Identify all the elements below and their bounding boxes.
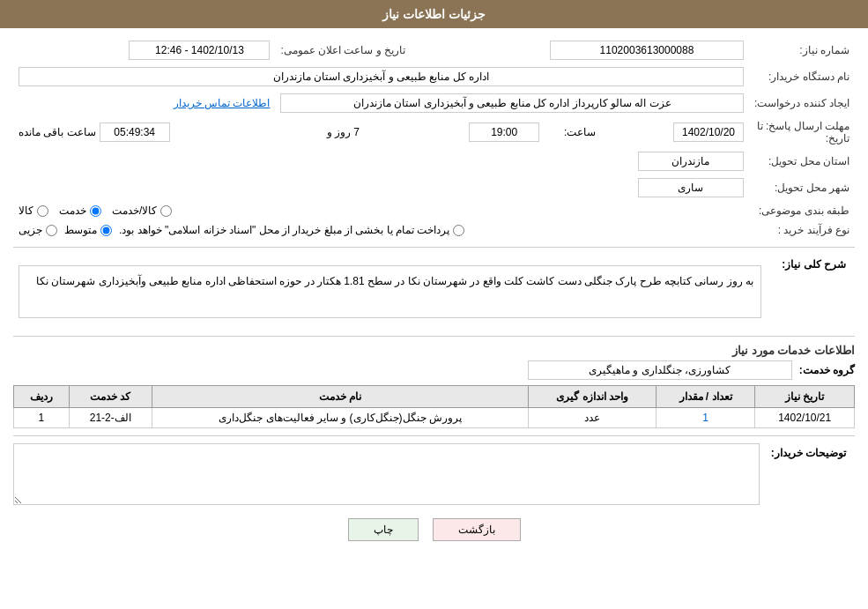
city-label: شهر محل تحویل: xyxy=(749,175,855,201)
city-value: ساری xyxy=(638,178,744,197)
province-value: مازندران xyxy=(638,152,744,171)
info-table: شماره نیاز: 1102003613000088 تاریخ و ساع… xyxy=(13,37,855,240)
buyer-desc-row: توضیحات خریدار: xyxy=(13,443,855,508)
org-name-label: نام دستگاه خریدار: xyxy=(749,63,855,90)
org-name-value: اداره کل منابع طبیعی و آبخیزداری استان م… xyxy=(19,67,744,86)
cat-option-khedmat[interactable]: خدمت xyxy=(59,204,101,217)
separator2 xyxy=(13,336,855,337)
description-text: به روز رسانی کتابچه طرح پارک جنگلی دست ک… xyxy=(19,265,761,318)
cat-option-kala[interactable]: کالا xyxy=(19,204,48,217)
bottom-buttons: بازگشت چاپ xyxy=(13,508,855,555)
request-number-label: شماره نیاز: xyxy=(749,37,855,63)
type-option2-label: متوسط xyxy=(64,224,97,236)
contact-link[interactable]: اطلاعات تماس خریدار xyxy=(174,97,271,109)
separator1 xyxy=(13,247,855,248)
page-title: جزئیات اطلاعات نیاز xyxy=(382,7,486,21)
request-number-value: 1102003613000088 xyxy=(550,41,744,60)
cat-option1-label: کالا xyxy=(19,204,33,217)
col-service-code: کد خدمت xyxy=(69,386,152,408)
remaining-label: ساعت باقی مانده xyxy=(19,126,96,138)
cell-service-name: پرورش جنگل(جنگل‌کاری) و سایر فعالیت‌های … xyxy=(152,408,529,428)
service-group-label: گروه خدمت: xyxy=(799,364,855,376)
buyer-desc-textarea[interactable] xyxy=(13,443,760,505)
type-option-medium[interactable]: متوسط xyxy=(64,224,112,236)
remaining-value: 05:49:34 xyxy=(100,123,170,142)
buyer-desc-label: توضیحات خریدار: xyxy=(767,443,855,459)
page-header: جزئیات اطلاعات نیاز xyxy=(0,0,868,28)
col-date: تاریخ نیاز xyxy=(755,386,855,408)
col-quantity: تعداد / مقدار xyxy=(656,386,755,408)
cat-option3-label: کالا/خدمت xyxy=(112,204,157,217)
cat-option-kala-khedmat[interactable]: کالا/خدمت xyxy=(112,204,172,217)
cat-option2-label: خدمت xyxy=(59,204,86,217)
deadline-date-value: 1402/10/20 xyxy=(673,123,744,142)
type-option-small[interactable]: جزیی xyxy=(19,224,57,236)
cell-unit: عدد xyxy=(529,408,656,428)
type-option3-label: پرداخت تمام یا بخشی از مبلغ خریدار از مح… xyxy=(119,224,449,236)
col-row-num: ردیف xyxy=(14,386,70,408)
purchase-type-label: نوع فرآیند خرید : xyxy=(749,220,855,240)
table-row: 1402/10/21 1 عدد پرورش جنگل(جنگل‌کاری) و… xyxy=(14,408,855,428)
creator-value: عزت اله سالو کارپرداز اداره کل منابع طبی… xyxy=(280,93,744,113)
col-service-name: نام خدمت xyxy=(152,386,529,408)
type-option1-label: جزیی xyxy=(19,224,42,236)
cell-service-code: الف-2-21 xyxy=(69,408,152,428)
buyer-desc-content xyxy=(13,443,760,508)
cell-quantity: 1 xyxy=(656,408,755,428)
service-group-row: گروه خدمت: کشاورزی، جنگلداری و ماهیگیری xyxy=(13,360,855,380)
days-label: روز و xyxy=(327,126,351,138)
services-section-title: اطلاعات خدمات مورد نیاز xyxy=(13,344,855,357)
category-label: طبقه بندی موضوعی: xyxy=(749,201,855,220)
type-option-islamic[interactable]: پرداخت تمام یا بخشی از مبلغ خریدار از مح… xyxy=(119,224,464,236)
province-label: استان محل تحویل: xyxy=(749,148,855,175)
col-unit: واحد اندازه گیری xyxy=(529,386,656,408)
separator3 xyxy=(13,435,855,436)
description-label: شرح کلی نیاز: xyxy=(767,255,855,329)
cell-row-num: 1 xyxy=(14,408,70,428)
print-button[interactable]: چاپ xyxy=(348,518,419,541)
back-button[interactable]: بازگشت xyxy=(433,518,521,541)
days-value: 7 xyxy=(353,126,360,138)
deadline-label: مهلت ارسال پاسخ: تا تاریخ: xyxy=(749,116,855,148)
time-label: ساعت: xyxy=(564,126,596,138)
desc-table: شرح کلی نیاز: به روز رسانی کتابچه طرح پا… xyxy=(13,255,855,329)
services-table: تاریخ نیاز تعداد / مقدار واحد اندازه گیر… xyxy=(13,385,855,428)
cell-date: 1402/10/21 xyxy=(755,408,855,428)
creator-label: ایجاد کننده درخواست: xyxy=(749,90,855,116)
service-group-value: کشاورزی، جنگلداری و ماهیگیری xyxy=(528,360,792,380)
public-announcement-value: 1402/10/13 - 12:46 xyxy=(129,41,270,60)
public-announcement-label: تاریخ و ساعت اعلان عمومی: xyxy=(275,37,411,63)
deadline-time-value: 19:00 xyxy=(469,123,539,142)
